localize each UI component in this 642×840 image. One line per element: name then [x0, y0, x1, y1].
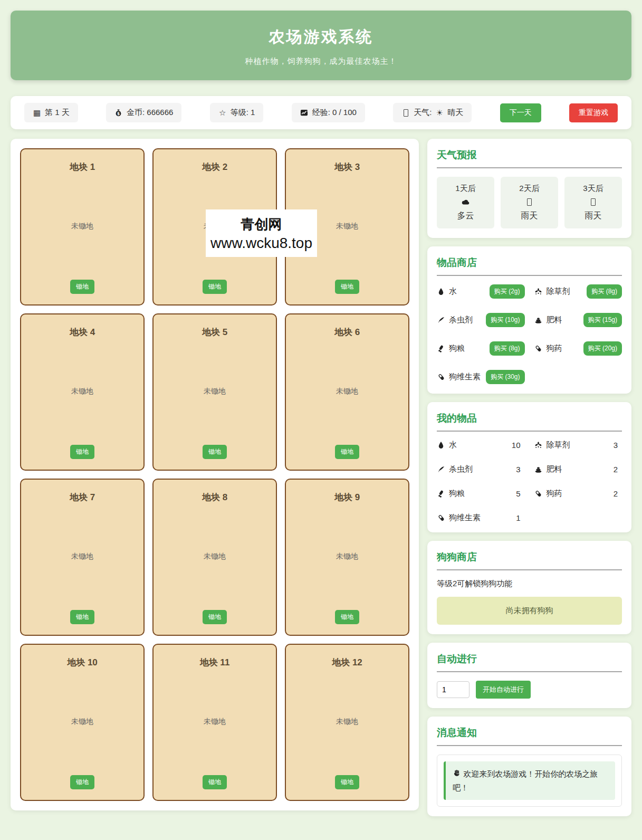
weather-status-value: 晴天 — [447, 108, 463, 118]
buy-button[interactable]: 购买 (8g) — [490, 341, 525, 356]
plot-card: 地块 12未锄地锄地 — [285, 644, 409, 801]
auto-play-panel: 自动进行 开始自动进行 — [427, 643, 631, 708]
cloud-icon — [462, 198, 470, 206]
message-text: 欢迎来到农场游戏！开始你的农场之旅吧！ — [453, 769, 598, 792]
calendar-icon: ▦ — [33, 109, 41, 117]
insecticide-icon — [437, 316, 445, 324]
hoe-button[interactable]: 锄地 — [70, 775, 94, 789]
forecast-when: 2天后 — [503, 184, 556, 194]
gold-counter: $ 金币: 666666 — [106, 103, 181, 122]
hoe-button[interactable]: 锄地 — [335, 280, 359, 294]
plot-card: 地块 8未锄地锄地 — [152, 479, 277, 636]
plot-status: 未锄地 — [204, 552, 226, 561]
messages-panel: 消息通知 欢迎来到农场游戏！开始你的农场之旅吧！ — [427, 717, 631, 816]
inventory-item-count: 1 — [516, 513, 524, 522]
inventory-item: 肥料2 — [534, 464, 622, 474]
plot-status: 未锄地 — [71, 552, 93, 561]
auto-play-controls: 开始自动进行 — [437, 681, 622, 699]
forecast-card: 3天后雨天 — [564, 177, 622, 228]
forecast-label: 多云 — [439, 211, 492, 222]
weather-status: 天气: ☀ 晴天 — [393, 103, 472, 122]
inventory-item: 水10 — [437, 440, 525, 450]
inventory-item-info: 水 — [437, 440, 457, 450]
plot-status: 未锄地 — [204, 387, 226, 396]
day-counter-label: 第 1 天 — [45, 108, 70, 118]
shop-item-name: 杀虫剂 — [449, 315, 473, 325]
shop-item-info: 肥料 — [534, 315, 562, 325]
plot-card: 地块 5未锄地锄地 — [152, 313, 277, 471]
inventory-item-name: 狗药 — [547, 489, 562, 499]
weather-status-label: 天气: — [414, 108, 432, 118]
plot-status: 未锄地 — [336, 552, 358, 561]
start-auto-button[interactable]: 开始自动进行 — [476, 681, 531, 699]
reset-game-button[interactable]: 重置游戏 — [569, 103, 618, 122]
buy-button[interactable]: 购买 (20g) — [583, 341, 622, 356]
chart-icon — [300, 109, 309, 117]
hoe-button[interactable]: 锄地 — [70, 280, 94, 294]
forecast-when: 1天后 — [439, 184, 492, 194]
droplet-icon — [437, 288, 445, 296]
hoe-button[interactable]: 锄地 — [335, 610, 359, 624]
buy-button[interactable]: 购买 (8g) — [587, 284, 622, 299]
plot-title: 地块 4 — [70, 326, 95, 338]
inventory-item-name: 狗粮 — [449, 489, 465, 499]
dog-food-icon — [437, 490, 445, 498]
plot-status: 未锄地 — [336, 387, 358, 396]
hoe-button[interactable]: 锄地 — [335, 445, 359, 459]
messages-title: 消息通知 — [437, 726, 622, 746]
pill-icon — [534, 345, 543, 353]
message-item: 欢迎来到农场游戏！开始你的农场之旅吧！ — [444, 761, 615, 800]
buy-button[interactable]: 购买 (10g) — [486, 313, 524, 327]
hoe-button[interactable]: 锄地 — [203, 280, 227, 294]
plot-title: 地块 11 — [200, 656, 230, 669]
droplet-icon — [437, 441, 445, 450]
buy-button[interactable]: 购买 (30g) — [486, 370, 524, 384]
gold-counter-label: 金币: 666666 — [127, 108, 173, 118]
plot-title: 地块 12 — [332, 656, 362, 669]
inventory-item-count: 10 — [512, 441, 525, 450]
insecticide-icon — [437, 465, 445, 474]
hoe-button[interactable]: 锄地 — [203, 445, 227, 459]
hoe-button[interactable]: 锄地 — [70, 610, 94, 624]
shop-item: 狗维生素购买 (30g) — [437, 370, 525, 384]
hoe-button[interactable]: 锄地 — [203, 775, 227, 789]
inventory-item-info: 除草剂 — [534, 440, 570, 450]
plot-title: 地块 10 — [67, 656, 98, 669]
shop-item: 杀虫剂购买 (10g) — [437, 313, 525, 327]
plot-card: 地块 7未锄地锄地 — [20, 479, 145, 636]
shop-item-name: 除草剂 — [547, 287, 570, 297]
auto-play-title: 自动进行 — [437, 652, 622, 672]
watermark: 青创网 www.wcku8.top — [206, 209, 317, 257]
tofu-icon — [589, 198, 598, 206]
plot-status: 未锄地 — [71, 387, 93, 396]
level-counter-label: 等级: 1 — [231, 108, 255, 118]
hoe-button[interactable]: 锄地 — [70, 445, 94, 459]
money-bag-icon: $ — [114, 109, 123, 117]
content-area: 地块 1未锄地锄地地块 2未锄地锄地地块 3未锄地锄地地块 4未锄地锄地地块 5… — [11, 139, 631, 825]
plot-title: 地块 1 — [70, 161, 95, 173]
auto-days-input[interactable] — [437, 681, 469, 698]
plot-title: 地块 9 — [334, 491, 360, 503]
plot-card: 地块 10未锄地锄地 — [20, 644, 145, 801]
plot-card: 地块 4未锄地锄地 — [20, 313, 145, 471]
inventory-item-name: 水 — [449, 440, 457, 450]
buy-button[interactable]: 购买 (2g) — [490, 284, 525, 299]
dog-empty-state: 尚未拥有狗狗 — [437, 597, 622, 625]
plot-title: 地块 3 — [334, 161, 360, 173]
hoe-button[interactable]: 锄地 — [203, 610, 227, 624]
message-list: 欢迎来到农场游戏！开始你的农场之旅吧！ — [437, 755, 622, 807]
hoe-button[interactable]: 锄地 — [335, 775, 359, 789]
forecast-label: 雨天 — [503, 211, 556, 222]
fertilizer-icon — [534, 465, 543, 474]
inventory-item-info: 杀虫剂 — [437, 464, 473, 474]
next-day-button[interactable]: 下一天 — [500, 103, 541, 122]
forecast-label: 雨天 — [567, 211, 620, 222]
page-title: 农场游戏系统 — [11, 26, 631, 48]
my-items-title: 我的物品 — [437, 412, 622, 432]
plot-card: 地块 9未锄地锄地 — [285, 479, 409, 636]
plot-status: 未锄地 — [204, 717, 226, 727]
shop-item-info: 狗粮 — [437, 343, 465, 354]
buy-button[interactable]: 购买 (15g) — [583, 313, 622, 327]
shop-item-name: 狗粮 — [449, 343, 465, 354]
sidebar: 天气预报 1天后多云2天后雨天3天后雨天 物品商店 水购买 (2g)除草剂购买 … — [427, 139, 631, 825]
